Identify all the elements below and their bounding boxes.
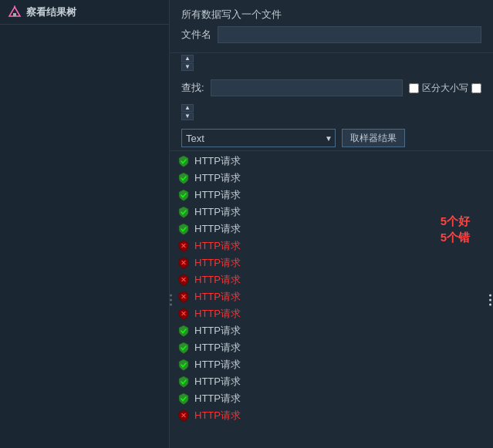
result-item[interactable]: HTTP请求 bbox=[170, 390, 493, 407]
result-item[interactable]: HTTP请求 bbox=[170, 373, 493, 390]
search-label: 查找: bbox=[181, 81, 204, 95]
left-resize-handle[interactable] bbox=[170, 294, 172, 305]
result-item[interactable]: HTTP请求 bbox=[170, 170, 493, 187]
result-item-text: HTTP请求 bbox=[194, 290, 241, 304]
shield-green-icon bbox=[177, 172, 190, 184]
right-panel: 所有数据写入一个文件 文件名 ▲ ▼ 查找: 区分大小写 ▲ ▼ bbox=[170, 0, 493, 448]
shield-green-icon bbox=[177, 155, 190, 167]
svg-rect-1 bbox=[13, 13, 16, 16]
result-item-text: HTTP请求 bbox=[194, 375, 241, 389]
svg-text:✕: ✕ bbox=[181, 310, 187, 318]
shield-red-icon: ✕ bbox=[177, 240, 190, 252]
text-dropdown-wrapper: Text RegExp Tester HTML JSON XML ▼ bbox=[181, 129, 336, 147]
result-item-text: HTTP请求 bbox=[194, 171, 241, 185]
result-item[interactable]: HTTP请求 bbox=[170, 187, 493, 204]
result-item-text: HTTP请求 bbox=[194, 409, 241, 423]
result-item[interactable]: HTTP请求 bbox=[170, 153, 493, 170]
result-item[interactable]: HTTP请求 bbox=[170, 339, 493, 356]
result-item[interactable]: HTTP请求 bbox=[170, 322, 493, 339]
shield-green-icon bbox=[177, 342, 190, 354]
text-dropdown[interactable]: Text RegExp Tester HTML JSON XML bbox=[181, 129, 336, 147]
results-list[interactable]: HTTP请求 HTTP请求 HTTP请求 HTTP请求 HTTP请求 ✕ HTT… bbox=[170, 151, 493, 448]
svg-text:✕: ✕ bbox=[181, 293, 187, 301]
case-sensitive-checkbox[interactable] bbox=[409, 83, 419, 93]
svg-text:✕: ✕ bbox=[181, 259, 187, 267]
file-name-label: 文件名 bbox=[181, 28, 211, 42]
result-item-text: HTTP请求 bbox=[194, 341, 241, 355]
result-item-text: HTTP请求 bbox=[194, 205, 241, 219]
search-row: 查找: 区分大小写 bbox=[170, 76, 493, 99]
file-name-input[interactable] bbox=[218, 26, 481, 43]
scroll-down-btn-2[interactable]: ▼ bbox=[181, 113, 194, 120]
result-item-text: HTTP请求 bbox=[194, 324, 241, 338]
shield-green-icon bbox=[177, 359, 190, 371]
shield-red-icon: ✕ bbox=[177, 409, 190, 422]
result-item-text: HTTP请求 bbox=[194, 154, 241, 168]
svg-text:✕: ✕ bbox=[181, 276, 187, 284]
sidebar-header: 察看结果树 bbox=[0, 0, 169, 25]
scroll-arrows-2: ▲ ▼ bbox=[170, 103, 493, 123]
shield-red-icon: ✕ bbox=[177, 257, 190, 269]
sampler-results-button[interactable]: 取样器结果 bbox=[342, 129, 405, 147]
svg-text:✕: ✕ bbox=[181, 412, 187, 419]
shield-red-icon: ✕ bbox=[177, 291, 190, 303]
main-container: 察看结果树 所有数据写入一个文件 文件名 ▲ ▼ 查找: 区分大小写 bbox=[0, 0, 493, 448]
scroll-up-btn-2[interactable]: ▲ bbox=[181, 104, 194, 112]
result-item[interactable]: ✕ HTTP请求 bbox=[170, 288, 493, 305]
case-sensitive-label: 区分大小写 bbox=[422, 82, 468, 95]
shield-green-icon bbox=[177, 223, 190, 235]
result-item[interactable]: HTTP请求 bbox=[170, 204, 493, 221]
shield-green-icon bbox=[177, 206, 190, 218]
result-item-text: HTTP请求 bbox=[194, 273, 241, 287]
result-item[interactable]: ✕ HTTP请求 bbox=[170, 237, 493, 254]
result-item-text: HTTP请求 bbox=[194, 256, 241, 270]
result-item[interactable]: HTTP请求 bbox=[170, 356, 493, 373]
result-item-text: HTTP请求 bbox=[194, 239, 241, 253]
svg-text:✕: ✕ bbox=[181, 242, 187, 250]
search-input[interactable] bbox=[211, 79, 403, 96]
scroll-arrows-1: ▲ ▼ bbox=[170, 53, 493, 73]
all-data-row: 所有数据写入一个文件 bbox=[181, 8, 481, 22]
file-name-row: 文件名 bbox=[181, 26, 481, 43]
toolbar-row: Text RegExp Tester HTML JSON XML ▼ 取样器结果 bbox=[170, 126, 493, 151]
result-item[interactable]: ✕ HTTP请求 bbox=[170, 407, 493, 424]
result-item-text: HTTP请求 bbox=[194, 392, 241, 406]
result-item[interactable]: ✕ HTTP请求 bbox=[170, 305, 493, 322]
shield-green-icon bbox=[177, 376, 190, 388]
result-item[interactable]: ✕ HTTP请求 bbox=[170, 271, 493, 288]
result-item-text: HTTP请求 bbox=[194, 358, 241, 372]
sidebar-title: 察看结果树 bbox=[26, 5, 76, 19]
tree-icon bbox=[8, 5, 22, 19]
case-sensitive-area: 区分大小写 bbox=[409, 82, 481, 95]
result-item-text: HTTP请求 bbox=[194, 188, 241, 202]
result-item-text: HTTP请求 bbox=[194, 222, 241, 236]
shield-green-icon bbox=[177, 325, 190, 337]
scroll-down-btn-1[interactable]: ▼ bbox=[181, 63, 194, 71]
result-item[interactable]: HTTP请求 bbox=[170, 221, 493, 237]
shield-red-icon: ✕ bbox=[177, 308, 190, 320]
result-item[interactable]: ✕ HTTP请求 bbox=[170, 254, 493, 271]
result-item-text: HTTP请求 bbox=[194, 307, 241, 321]
top-section: 所有数据写入一个文件 文件名 bbox=[170, 0, 493, 53]
shield-red-icon: ✕ bbox=[177, 274, 190, 286]
sidebar: 察看结果树 bbox=[0, 0, 170, 448]
case-sensitive-checkbox-2[interactable] bbox=[471, 83, 481, 93]
shield-green-icon bbox=[177, 189, 190, 201]
shield-green-icon bbox=[177, 392, 190, 405]
scroll-up-btn-1[interactable]: ▲ bbox=[181, 55, 194, 62]
results-area: HTTP请求 HTTP请求 HTTP请求 HTTP请求 HTTP请求 ✕ HTT… bbox=[170, 151, 493, 448]
all-data-label: 所有数据写入一个文件 bbox=[181, 8, 282, 22]
